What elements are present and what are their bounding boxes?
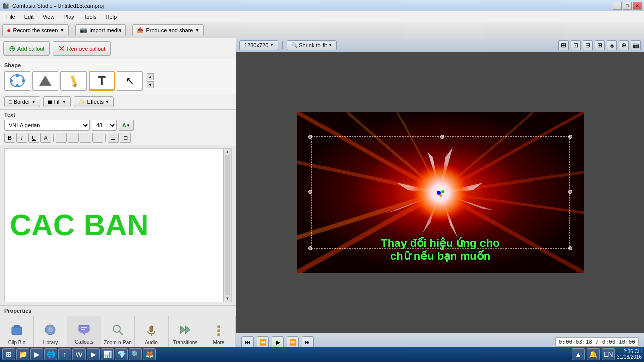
menu-view[interactable]: View <box>39 13 59 21</box>
handle-top-left[interactable] <box>308 135 312 139</box>
record-label: Record the screen <box>13 27 58 33</box>
fill-dropdown-icon: ▼ <box>62 100 66 104</box>
zoom-n-pan-icon <box>110 322 126 338</box>
menu-edit[interactable]: Edit <box>20 13 38 21</box>
menu-help[interactable]: Help <box>101 13 121 21</box>
current-time: 0:00:03:18 <box>559 339 592 345</box>
align-center-button[interactable]: ≡ <box>68 133 79 143</box>
preview-icon-4[interactable]: ⊞ <box>595 40 605 50</box>
tab-library[interactable]: Library <box>34 316 67 351</box>
remove-callout-icon: ✕ <box>58 44 65 53</box>
preview-icon-2[interactable]: ⊡ <box>571 40 581 50</box>
handle-mid-right[interactable] <box>568 190 572 194</box>
shape-pencil[interactable] <box>60 71 87 90</box>
effects-button[interactable]: ✨ Effects ▼ <box>74 96 114 107</box>
shape-scroll-up[interactable]: ▲ <box>147 73 154 80</box>
handle-top-right[interactable] <box>568 135 572 139</box>
add-callout-button[interactable]: ⊕ Add callout <box>3 41 50 56</box>
record-screen-button[interactable]: ● Record the screen ▼ <box>2 24 69 36</box>
import-media-button[interactable]: 📷 Import media <box>75 24 126 36</box>
start-button[interactable]: ⊞ <box>2 348 15 360</box>
play-button[interactable]: ▶ <box>272 336 284 348</box>
fit-selector[interactable]: 🔍 Shrink to fit ▼ <box>287 40 337 50</box>
clip-bin-icon <box>9 322 25 338</box>
go-to-start-button[interactable]: ⏮ <box>242 336 254 348</box>
scroll-up-icon[interactable]: ▲ <box>226 150 230 154</box>
indent-button[interactable]: ⊟ <box>120 133 131 143</box>
shape-arrow[interactable] <box>32 71 58 90</box>
produce-share-button[interactable]: 📤 Produce and share ▼ <box>132 24 204 36</box>
preview-icon-5[interactable]: ◈ <box>607 40 617 50</box>
shape-cursor[interactable]: ↖ <box>117 71 143 90</box>
text-color-button[interactable]: A ▼ <box>119 120 134 131</box>
fit-dropdown-icon: ▼ <box>328 43 332 47</box>
font-size-select[interactable]: 48 <box>92 120 117 131</box>
handle-bottom-left[interactable] <box>308 246 312 250</box>
taskbar-app4[interactable]: 🔍 <box>129 348 142 360</box>
menu-play[interactable]: Play <box>59 13 78 21</box>
menu-tools[interactable]: Tools <box>79 13 101 21</box>
tab-zoom-n-pan[interactable]: Zoom-n-Pan <box>101 316 135 351</box>
strikethrough-button[interactable]: A <box>40 133 51 143</box>
taskbar-arrow[interactable]: ↑ <box>58 348 71 360</box>
maximize-button[interactable]: □ <box>623 2 632 10</box>
play-forward-button[interactable]: ⏩ <box>287 336 299 348</box>
align-justify-button[interactable]: ≡ <box>92 133 103 143</box>
format-separator-2 <box>105 134 106 142</box>
taskbar-media-player[interactable]: ▶ <box>30 348 43 360</box>
bold-button[interactable]: B <box>4 133 15 143</box>
toolbar: ● Record the screen ▼ 📷 Import media 📤 P… <box>0 22 644 38</box>
remove-callout-button[interactable]: ✕ Remove callout <box>53 41 111 56</box>
taskbar-app2[interactable]: 📊 <box>101 348 114 360</box>
total-time: 0:00:10:00 <box>602 339 635 345</box>
taskbar-app5[interactable]: 🦊 <box>143 348 156 360</box>
preview-icon-3[interactable]: ⊟ <box>583 40 593 50</box>
menu-file[interactable]: File <box>2 13 19 21</box>
tab-transitions[interactable]: Transitions <box>169 316 202 351</box>
zoom-n-pan-label: Zoom-n-Pan <box>104 340 132 345</box>
taskbar-clock: 2:36 CH 31/08/2016 <box>617 349 642 360</box>
fill-button[interactable]: ◼ Fill ▼ <box>43 96 71 107</box>
preview-icons: ⊞ ⊡ ⊟ ⊞ ◈ ⊕ 📷 <box>558 40 641 50</box>
list-button[interactable]: ☰ <box>108 133 119 143</box>
tab-audio[interactable]: Audio <box>135 316 169 351</box>
taskbar-app1[interactable]: ▶ <box>87 348 100 360</box>
tray-app3[interactable]: EN <box>602 348 615 360</box>
close-button[interactable]: ✕ <box>633 2 642 10</box>
preview-icon-6[interactable]: ⊕ <box>619 40 629 50</box>
underline-button[interactable]: U <box>28 133 39 143</box>
left-panel: ⊕ Add callout ✕ Remove callout Shape <box>0 38 236 351</box>
align-right-button[interactable]: ≡ <box>80 133 91 143</box>
taskbar-word[interactable]: W <box>72 348 86 360</box>
border-button[interactable]: □ Border ▼ <box>4 96 40 107</box>
handle-top-center[interactable] <box>440 135 444 139</box>
menubar: File Edit View Play Tools Help <box>0 11 644 22</box>
handle-mid-left[interactable] <box>308 190 312 194</box>
border-dropdown-icon: ▼ <box>32 100 36 104</box>
align-left-button[interactable]: ≡ <box>56 133 67 143</box>
format-row: B I U A ≡ ≡ ≡ ≡ ☰ ⊟ <box>4 133 232 143</box>
shape-text[interactable]: T <box>89 71 115 90</box>
taskbar-chrome[interactable]: 🌐 <box>44 348 57 360</box>
resolution-selector[interactable]: 644x362 ▼ <box>239 40 278 50</box>
tab-callouts[interactable]: Callouts <box>67 316 101 351</box>
shape-scroll-down[interactable]: ▼ <box>147 81 154 88</box>
minimize-button[interactable]: ─ <box>613 2 622 10</box>
tray-app1[interactable]: ▲ <box>572 348 585 360</box>
tab-more[interactable]: More <box>202 316 236 351</box>
scroll-down-icon[interactable]: ▼ <box>226 296 230 301</box>
window-title: Camtasia Studio - Untitled13.camproj <box>12 3 104 9</box>
preview-icon-1[interactable]: ⊞ <box>558 40 569 50</box>
text-preview[interactable]: CAC BAN ▲ ▼ <box>4 148 232 302</box>
preview-icon-7[interactable]: 📷 <box>631 40 641 50</box>
taskbar-app3[interactable]: 💎 <box>115 348 128 360</box>
tray-app2[interactable]: 🔔 <box>587 348 600 360</box>
font-select[interactable]: VNI-Algerian <box>4 120 90 131</box>
taskbar-explorer[interactable]: 📁 <box>16 348 29 360</box>
italic-button[interactable]: I <box>16 133 27 143</box>
play-backward-button[interactable]: ⏪ <box>257 336 269 348</box>
tab-clip-bin[interactable]: Clip Bin <box>0 316 34 351</box>
shape-ellipse[interactable] <box>4 71 30 90</box>
go-to-end-button[interactable]: ⏭ <box>302 336 314 348</box>
video-frame: Thay đổi hiệu ứng cho chữ nếu bạn muốn <box>297 112 584 273</box>
